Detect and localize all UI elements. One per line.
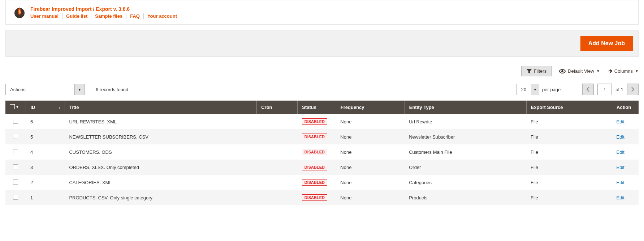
chevron-down-icon: ▼ [531,84,539,95]
table-row[interactable]: 4 CUSTOMERS. ODS DISABLED None Customers… [5,144,639,160]
cell-frequency: None [336,114,405,129]
add-new-job-button[interactable]: Add New Job [580,36,633,51]
cell-source: File [526,144,612,160]
row-checkbox[interactable] [13,179,18,185]
row-checkbox[interactable] [13,119,18,124]
cell-entity: Newsletter Subscriber [405,129,526,144]
cell-title: NEWSLETTER SUBSCRIBERS. CSV [65,129,256,144]
bulk-actions-select[interactable]: Actions ▼ [5,84,85,95]
chevron-down-icon: ▼ [635,69,639,73]
next-page-button[interactable] [627,84,639,95]
status-badge: DISABLED [302,134,327,140]
header-title: Firebear Improved Import / Export v. 3.8… [30,6,181,12]
cell-entity: Categories [405,175,526,190]
funnel-icon [527,69,532,73]
select-all-header[interactable]: ▼ [5,101,26,114]
cell-frequency: None [336,129,405,144]
link-user-manual[interactable]: User manual [30,13,62,19]
cell-status: DISABLED [298,190,336,205]
jobs-grid: ▼ ID↑ Title Cron Status Frequency Entity… [5,101,639,205]
status-badge: DISABLED [302,118,327,125]
row-checkbox[interactable] [13,134,18,139]
page-size-select[interactable]: 20 ▼ [516,84,539,95]
cell-status: DISABLED [298,175,336,190]
cell-entity: Customers Main File [405,144,526,160]
edit-link[interactable]: Edit [617,119,624,124]
link-faq[interactable]: FAQ [126,13,143,19]
default-view-label: Default View [568,68,594,74]
cell-entity: Products [405,190,526,205]
header-panel: Firebear Improved Import / Export v. 3.8… [5,0,639,25]
row-checkbox[interactable] [13,195,18,200]
chevron-right-icon [631,87,634,92]
cell-id: 2 [26,175,65,190]
cell-entity: Order [405,160,526,175]
row-checkbox[interactable] [13,149,18,154]
cell-cron [257,144,298,160]
cell-status: DISABLED [298,114,336,129]
prev-page-button[interactable] [582,84,594,95]
header-links: User manual Guide list Sample files FAQ … [30,13,181,19]
columns-button[interactable]: Columns ▼ [607,68,639,74]
cell-id: 6 [26,114,65,129]
edit-link[interactable]: Edit [617,195,624,200]
chevron-down-icon: ▼ [16,105,19,109]
table-row[interactable]: 1 PRODUCTS. CSV. Only single category DI… [5,190,639,205]
grid-toolbar: Filters Default View ▼ Columns ▼ [5,66,639,76]
col-id-header[interactable]: ID↑ [26,101,65,114]
link-guide-list[interactable]: Guide list [62,13,91,19]
cell-cron [257,160,298,175]
page-input[interactable]: 1 [597,84,612,95]
select-all-checkbox[interactable] [10,104,15,109]
col-cron-header[interactable]: Cron [257,101,298,114]
columns-label: Columns [614,68,633,74]
chevron-down-icon: ▼ [596,69,600,73]
edit-link[interactable]: Edit [617,149,624,155]
table-row[interactable]: 6 URL REWRITES. XML DISABLED None Url Re… [5,114,639,129]
default-view-button[interactable]: Default View ▼ [559,68,600,74]
col-source-header[interactable]: Export Source [526,101,612,114]
edit-link[interactable]: Edit [617,134,624,140]
filters-button[interactable]: Filters [521,66,552,76]
action-bar: Add New Job [5,30,639,57]
cell-id: 1 [26,190,65,205]
table-row[interactable]: 3 ORDERS. XLSX. Only completed DISABLED … [5,160,639,175]
edit-link[interactable]: Edit [617,180,624,185]
status-badge: DISABLED [302,194,327,201]
link-sample-files[interactable]: Sample files [91,13,126,19]
cell-id: 4 [26,144,65,160]
col-entity-header[interactable]: Entity Type [405,101,526,114]
table-row[interactable]: 5 NEWSLETTER SUBSCRIBERS. CSV DISABLED N… [5,129,639,144]
status-badge: DISABLED [302,179,327,186]
cell-cron [257,114,298,129]
gear-icon [607,69,612,74]
chevron-left-icon [587,87,589,92]
cell-title: URL REWRITES. XML [65,114,256,129]
cell-title: CATEGORIES. XML [65,175,256,190]
link-your-account[interactable]: Your account [143,13,181,19]
col-frequency-header[interactable]: Frequency [336,101,405,114]
controls-row: Actions ▼ 6 records found 20 ▼ per page … [5,84,639,95]
cell-entity: Url Rewrite [405,114,526,129]
table-row[interactable]: 2 CATEGORIES. XML DISABLED None Categori… [5,175,639,190]
page-size-value: 20 [517,84,531,95]
row-checkbox[interactable] [13,164,18,169]
edit-link[interactable]: Edit [617,165,624,170]
records-found: 6 records found [96,87,128,92]
cell-status: DISABLED [298,129,336,144]
cell-status: DISABLED [298,160,336,175]
col-title-header[interactable]: Title [65,101,256,114]
col-action-header: Action [612,101,639,114]
cell-source: File [526,160,612,175]
page-size-control: 20 ▼ per page [516,84,561,95]
cell-frequency: None [336,175,405,190]
cell-frequency: None [336,160,405,175]
cell-cron [257,129,298,144]
firebear-logo-icon [13,6,26,19]
cell-cron [257,175,298,190]
col-status-header[interactable]: Status [298,101,336,114]
cell-source: File [526,129,612,144]
sort-asc-icon: ↑ [58,105,60,110]
cell-source: File [526,175,612,190]
page-total: of 1 [615,87,623,92]
